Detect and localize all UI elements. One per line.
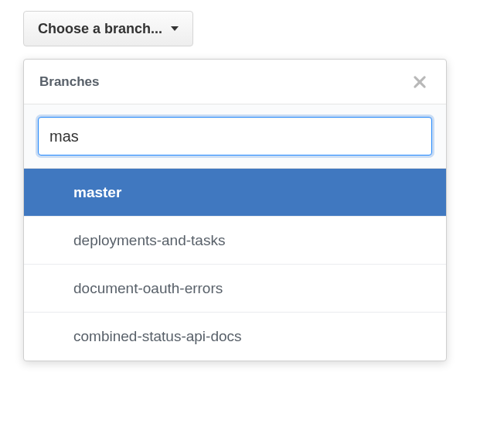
choose-branch-label: Choose a branch... xyxy=(38,21,162,37)
branch-item-document-oauth-errors[interactable]: document-oauth-errors xyxy=(24,265,446,313)
caret-down-icon xyxy=(171,26,179,31)
branch-item-deployments-and-tasks[interactable]: deployments-and-tasks xyxy=(24,217,446,265)
branch-name: master xyxy=(73,184,121,201)
choose-branch-button[interactable]: Choose a branch... xyxy=(23,11,193,46)
close-button[interactable] xyxy=(409,71,431,93)
background-link-fragment: cur xyxy=(0,323,20,340)
branch-list: master deployments-and-tasks document-oa… xyxy=(24,169,446,361)
branch-selector-popover: Branches master deployments-and-tasks do… xyxy=(23,59,447,361)
branch-name: document-oauth-errors xyxy=(73,280,223,297)
close-icon xyxy=(413,75,427,89)
filter-wrap xyxy=(24,104,446,169)
popover-header: Branches xyxy=(24,60,446,104)
branch-item-combined-status-api-docs[interactable]: combined-status-api-docs xyxy=(24,313,446,361)
branch-filter-input[interactable] xyxy=(38,117,432,156)
branch-name: deployments-and-tasks xyxy=(73,232,225,249)
popover-title: Branches xyxy=(39,74,99,90)
background-text-fragment: pr xyxy=(490,150,504,168)
branch-item-master[interactable]: master xyxy=(24,169,446,217)
branch-name: combined-status-api-docs xyxy=(73,328,242,345)
